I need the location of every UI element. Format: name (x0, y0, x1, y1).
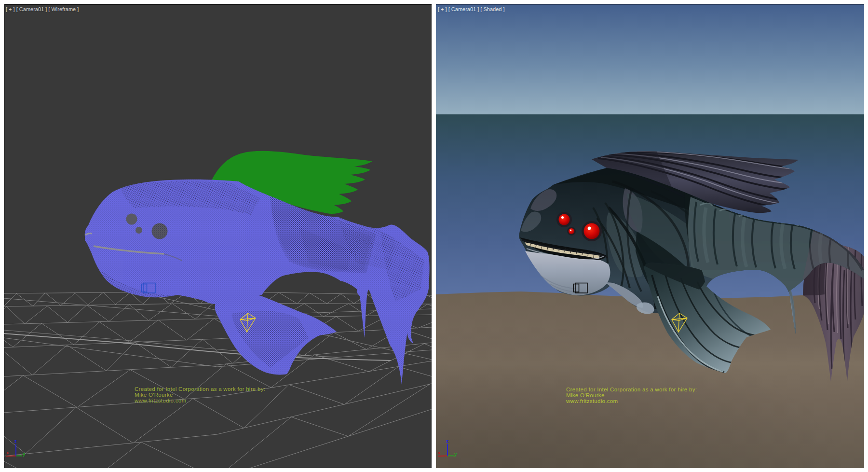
svg-text:x: x (438, 450, 441, 455)
svg-text:Created for Intel Corporation: Created for Intel Corporation as a work … (135, 386, 265, 392)
svg-text:Mike O'Rourke: Mike O'Rourke (135, 392, 173, 398)
svg-text:z: z (14, 438, 17, 444)
svg-text:x: x (6, 450, 9, 455)
svg-text:Created for Intel Corporation: Created for Intel Corporation as a work … (566, 387, 697, 392)
svg-text:y: y (454, 451, 457, 457)
svg-text:y: y (23, 451, 26, 457)
svg-text:www.fritzstudio.com: www.fritzstudio.com (566, 398, 618, 404)
svg-text:www.fritzstudio.com: www.fritzstudio.com (134, 398, 186, 403)
svg-text:Mike O'Rourke: Mike O'Rourke (566, 392, 605, 398)
svg-text:[ + ] [ Camera01 ] [ Wireframe: [ + ] [ Camera01 ] [ Wireframe ] (6, 6, 79, 12)
svg-text:z: z (446, 438, 448, 444)
svg-text:[ + ] [ Camera01 ] [ Shaded ]: [ + ] [ Camera01 ] [ Shaded ] (438, 6, 505, 12)
